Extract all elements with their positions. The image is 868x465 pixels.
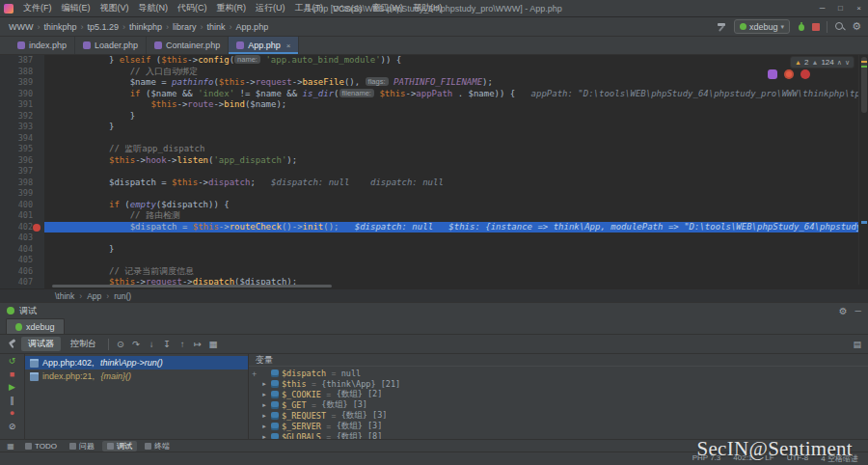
- code-editor[interactable]: 387 } elseif ($this->config(name: 'app.a…: [0, 55, 868, 288]
- line-number[interactable]: 391: [0, 99, 44, 111]
- tab-console[interactable]: 控制台: [64, 337, 103, 351]
- menu-item[interactable]: 运行(U): [251, 2, 290, 14]
- scrollbar-thumb[interactable]: [52, 285, 332, 287]
- line-number[interactable]: 405: [0, 255, 44, 266]
- inspections-widget[interactable]: ▲ 2 ▲ 124 ∧ ∨: [790, 56, 854, 68]
- code-line[interactable]: 401 // 路由检测: [0, 210, 858, 222]
- breadcrumb-item[interactable]: think: [205, 22, 228, 32]
- mute-breakpoints-icon[interactable]: ⊘: [5, 422, 20, 432]
- breadcrumb-item[interactable]: thinkphp: [127, 22, 164, 32]
- code-line[interactable]: 396 $this->hook->listen('app_dispatch');: [0, 155, 858, 167]
- toolwindow-switcher-icon[interactable]: ▦: [4, 442, 17, 451]
- code-line[interactable]: 394: [0, 133, 858, 145]
- line-number[interactable]: 403: [0, 232, 44, 244]
- code-line[interactable]: 388 // 入口自动绑定: [0, 67, 858, 78]
- step-into-icon[interactable]: ↓: [145, 339, 158, 349]
- tab-debugger[interactable]: 调试器: [21, 337, 61, 351]
- line-number[interactable]: 401: [0, 210, 44, 222]
- code-line[interactable]: 392 }: [0, 111, 858, 123]
- code-line[interactable]: 403: [0, 232, 858, 244]
- variable-row[interactable]: ▸$this = {think\App} [21]: [260, 378, 868, 389]
- menu-item[interactable]: 文件(F): [18, 2, 57, 14]
- code-line[interactable]: 397: [0, 166, 858, 178]
- line-number[interactable]: 399: [0, 188, 44, 200]
- menu-item[interactable]: 视图(V): [95, 2, 134, 14]
- variable-row[interactable]: ▸$_GET = {数组} [3]: [260, 399, 868, 410]
- code-line[interactable]: 399: [0, 188, 858, 200]
- code-line[interactable]: 402 $dispatch = $this->routeCheck()->ini…: [0, 222, 858, 233]
- next-issue-chevron-icon[interactable]: ∨: [845, 59, 850, 67]
- expand-chevron-icon[interactable]: ▸: [260, 423, 268, 430]
- menu-item[interactable]: 重构(R): [212, 2, 252, 14]
- stop-button[interactable]: [812, 23, 820, 31]
- code-line[interactable]: 387 } elseif ($this->config(name: 'app.a…: [0, 55, 858, 67]
- code-line[interactable]: 400 if (empty($dispatch)) {: [0, 200, 858, 211]
- debug-button[interactable]: [797, 21, 805, 32]
- run-to-cursor-icon[interactable]: ↦: [191, 339, 204, 349]
- breakpoint-icon[interactable]: [33, 224, 41, 232]
- line-number[interactable]: 398: [0, 178, 44, 189]
- stop-icon[interactable]: ■: [5, 369, 20, 380]
- variable-row[interactable]: ▸$_SERVER = {数组} [3]: [260, 421, 868, 431]
- breadcrumb-item[interactable]: tp5.1.29: [86, 22, 122, 32]
- editor-breadcrumb-item[interactable]: run(): [114, 291, 131, 301]
- debug-settings-wrench-icon[interactable]: [7, 340, 16, 349]
- toolwindow-button-problems[interactable]: 问题: [65, 441, 99, 451]
- breadcrumb-item[interactable]: thinkphp: [41, 22, 78, 32]
- evaluate-expression-icon[interactable]: ▦: [206, 339, 220, 349]
- view-breakpoints-icon[interactable]: ●: [5, 408, 20, 419]
- maximize-button[interactable]: □: [831, 0, 850, 16]
- code-line[interactable]: 406 // 记录当前调度信息: [0, 266, 858, 278]
- line-number[interactable]: 400: [0, 200, 44, 211]
- step-over-icon[interactable]: ↷: [129, 339, 143, 349]
- hide-toolwindow-icon[interactable]: ─: [855, 306, 861, 315]
- status-badge-purple[interactable]: [768, 69, 777, 79]
- settings-gear-icon[interactable]: ⚙: [852, 21, 861, 32]
- toolwindow-button-terminal[interactable]: 终端: [140, 441, 175, 451]
- variable-row[interactable]: ▸$_COOKIE = {数组} [2]: [260, 389, 868, 399]
- line-number[interactable]: 387: [0, 55, 44, 67]
- editor-tab[interactable]: Container.php: [147, 37, 229, 54]
- code-line[interactable]: 390 if ($name && 'index' != $name && is_…: [0, 89, 858, 100]
- line-number[interactable]: 407: [0, 277, 44, 288]
- frame-row[interactable]: index.php:21, {main}(): [25, 369, 248, 383]
- force-step-into-icon[interactable]: ↧: [160, 339, 174, 349]
- status-badge-orange[interactable]: [784, 69, 794, 79]
- code-line[interactable]: 398 $dispatch = $this->dispatch; $dispat…: [0, 178, 858, 189]
- editor-breadcrumb-item[interactable]: App: [87, 291, 101, 301]
- close-button[interactable]: ×: [850, 0, 868, 16]
- menu-item[interactable]: 代码(C): [173, 2, 212, 14]
- menu-item[interactable]: 编辑(E): [57, 2, 95, 14]
- editor-tab[interactable]: Loader.php: [75, 37, 147, 54]
- expand-chevron-icon[interactable]: ▸: [260, 391, 268, 398]
- expand-chevron-icon[interactable]: ▸: [260, 380, 268, 388]
- resume-icon[interactable]: ▶: [5, 382, 20, 393]
- breadcrumb-item[interactable]: library: [171, 22, 199, 32]
- editor-tab[interactable]: index.php: [10, 37, 75, 54]
- prev-issue-chevron-icon[interactable]: ∧: [837, 59, 842, 67]
- variable-row[interactable]: ▸$_REQUEST = {数组} [3]: [260, 410, 868, 421]
- variable-row[interactable]: $dispatch = null: [260, 368, 868, 378]
- search-everywhere-icon[interactable]: [834, 21, 845, 32]
- editor-horizontal-scrollbar[interactable]: [44, 285, 858, 288]
- debug-session-tab-xdebug[interactable]: xdebug: [6, 318, 65, 334]
- expand-chevron-icon[interactable]: ▸: [260, 401, 268, 409]
- toolwindow-button-todo[interactable]: TODO: [20, 441, 62, 451]
- layout-settings-icon[interactable]: ▤: [853, 340, 861, 349]
- code-line[interactable]: 391 $this->route->bind($name);: [0, 99, 858, 111]
- line-number[interactable]: 397: [0, 166, 44, 178]
- frame-row[interactable]: App.php:402, think\App->run(): [25, 356, 248, 369]
- step-out-icon[interactable]: ↑: [176, 339, 189, 349]
- expand-chevron-icon[interactable]: ▸: [260, 412, 268, 420]
- minimize-button[interactable]: ─: [813, 0, 831, 16]
- run-config-select[interactable]: xdebug ▾: [734, 19, 790, 34]
- line-number[interactable]: 390: [0, 89, 44, 100]
- editor-tab[interactable]: App.php×: [229, 37, 299, 54]
- line-number[interactable]: 396: [0, 155, 44, 167]
- line-number[interactable]: 392: [0, 111, 44, 123]
- breadcrumb-item[interactable]: WWW: [7, 22, 35, 32]
- build-hammer-icon[interactable]: [717, 21, 727, 32]
- rerun-debug-icon[interactable]: ↺: [5, 356, 20, 367]
- line-number[interactable]: 406: [0, 266, 44, 278]
- code-line[interactable]: 404 }: [0, 244, 858, 256]
